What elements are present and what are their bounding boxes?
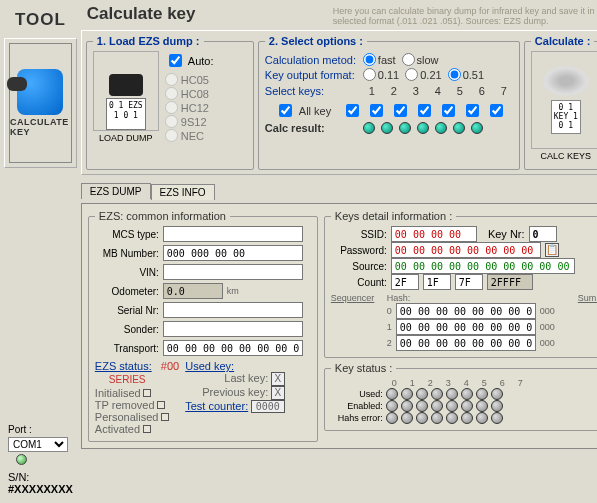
key3-checkbox[interactable] xyxy=(394,104,407,117)
initialised-flag xyxy=(143,389,151,397)
ssid-label: SSID: xyxy=(331,229,387,240)
auto-label: Auto: xyxy=(188,55,214,67)
method-fast-radio[interactable] xyxy=(363,53,376,66)
hash-error-label: Hahs error: xyxy=(331,413,383,423)
password-input[interactable] xyxy=(391,242,541,258)
used-key-link[interactable]: Used key: xyxy=(185,360,234,372)
fmt-051-radio[interactable] xyxy=(448,68,461,81)
key-status-header: 01234567 xyxy=(387,378,597,388)
odo-unit: km xyxy=(227,286,239,296)
result-led-6 xyxy=(453,122,465,134)
port-area: Port : COM1 S/N: #XXXXXXXX xyxy=(4,420,77,499)
camera-icon xyxy=(109,74,143,96)
sonder-input[interactable] xyxy=(163,321,303,337)
calculate-key-label: CALCULATE KEY xyxy=(10,117,71,137)
options-legend: 2. Select options : xyxy=(265,35,367,47)
mcs-label: MCS type: xyxy=(95,229,159,240)
key-sheet-icon: 0 1 KEY 1 0 1 xyxy=(551,100,581,134)
result-led-3 xyxy=(399,122,411,134)
vin-label: VIN: xyxy=(95,267,159,278)
mcs-type-input[interactable] xyxy=(163,226,303,242)
serial-label: Serial Nr: xyxy=(95,305,159,316)
source-input[interactable] xyxy=(391,258,575,274)
hash1-input[interactable] xyxy=(396,319,536,335)
test-counter-link[interactable]: Test counter: xyxy=(185,400,248,412)
personalised-flag xyxy=(161,413,169,421)
calculate-key-button[interactable]: CALCULATE KEY xyxy=(9,43,72,163)
mcu-nec-radio[interactable] xyxy=(165,129,178,142)
load-dump-legend: 1. Load EZS dump : xyxy=(93,35,204,47)
result-led-1 xyxy=(363,122,375,134)
mcu-radios: HC05 HC08 HC12 9S12 NEC xyxy=(165,73,214,142)
top-panel: 1. Load EZS dump : 0 1 EZS 1 0 1 LOAD DU… xyxy=(81,30,597,175)
transport-input[interactable] xyxy=(163,340,303,356)
copy-password-button[interactable]: 📋 xyxy=(545,243,559,257)
sequencer-link[interactable]: Sequencer xyxy=(331,293,381,351)
ezs-status-link[interactable]: EZS status: xyxy=(95,360,152,372)
series-label: SERIES xyxy=(109,374,179,385)
allkey-label: All key xyxy=(299,105,331,117)
mcu-hc08-radio[interactable] xyxy=(165,87,178,100)
used-key-block: Used key: Last key: X Previous key: X Te… xyxy=(185,360,285,435)
key1-checkbox[interactable] xyxy=(346,104,359,117)
odometer-input[interactable] xyxy=(163,283,223,299)
select-keys-label: Select keys: xyxy=(265,85,357,97)
count-c-input[interactable] xyxy=(455,274,483,290)
odo-label: Odometer: xyxy=(95,286,159,297)
source-label: Source: xyxy=(331,261,387,272)
transport-label: Transport: xyxy=(95,343,159,354)
port-select[interactable]: COM1 xyxy=(8,437,68,452)
page-title: Calculate key xyxy=(81,0,202,27)
result-led-5 xyxy=(435,122,447,134)
hash2-input[interactable] xyxy=(396,335,536,351)
ezs-status-value: #00 xyxy=(161,360,179,372)
vin-input[interactable] xyxy=(163,264,303,280)
test-counter-value: 0000 xyxy=(251,400,285,413)
mcu-9s12-radio[interactable] xyxy=(165,115,178,128)
fmt-021-radio[interactable] xyxy=(405,68,418,81)
result-led-7 xyxy=(471,122,483,134)
key7-checkbox[interactable] xyxy=(490,104,503,117)
ssid-input[interactable] xyxy=(391,226,477,242)
key2-checkbox[interactable] xyxy=(370,104,383,117)
count-b-input[interactable] xyxy=(423,274,451,290)
serial-input[interactable] xyxy=(163,302,303,318)
ezs-common-group: EZS: common information MCS type: MB Num… xyxy=(88,210,318,442)
activated-flag xyxy=(143,425,151,433)
format-label: Key output format: xyxy=(265,69,357,81)
key4-checkbox[interactable] xyxy=(418,104,431,117)
load-dump-label: LOAD DUMP xyxy=(93,133,159,143)
auto-checkbox[interactable] xyxy=(169,54,182,67)
key5-checkbox[interactable] xyxy=(442,104,455,117)
hash0-input[interactable] xyxy=(396,303,536,319)
count-a-input[interactable] xyxy=(391,274,419,290)
keys-detail-group: Keys detail information : SSID: Key Nr: … xyxy=(324,210,597,358)
sum-link[interactable]: Sum: xyxy=(578,293,597,303)
calc-result-label: Calc result: xyxy=(265,122,357,134)
keys-detail-legend: Keys detail information : xyxy=(331,210,456,222)
count-d-input[interactable] xyxy=(487,274,533,290)
options-group: 2. Select options : Calculation metod: f… xyxy=(258,35,520,170)
tpremoved-flag xyxy=(157,401,165,409)
tab-ezs-dump[interactable]: EZS DUMP xyxy=(81,183,151,199)
key6-checkbox[interactable] xyxy=(466,104,479,117)
calculate-group: Calculate : 0 1 KEY 1 0 1 CALC KEYS xyxy=(524,35,597,170)
enabled-label: Enabled: xyxy=(331,401,383,411)
mcu-hc12-radio[interactable] xyxy=(165,101,178,114)
mb-number-input[interactable] xyxy=(163,245,303,261)
password-label: Password: xyxy=(331,245,387,256)
key-status-group: Key status : 01234567 Used: Enabled: Hah… xyxy=(324,362,597,431)
count-label: Count: xyxy=(331,277,387,288)
tool-title: TOOL xyxy=(4,4,77,32)
tab-ezs-info[interactable]: EZS INFO xyxy=(151,184,215,200)
keynr-input[interactable] xyxy=(529,226,557,242)
load-dump-button[interactable]: 0 1 EZS 1 0 1 xyxy=(93,51,159,131)
method-slow-radio[interactable] xyxy=(402,53,415,66)
allkey-checkbox[interactable] xyxy=(279,104,292,117)
used-label: Used: xyxy=(331,389,383,399)
fmt-011-radio[interactable] xyxy=(363,68,376,81)
mcu-hc05-radio[interactable] xyxy=(165,73,178,86)
page-hint: Here you can calculate binary dump for i… xyxy=(333,4,597,26)
tool-panel: CALCULATE KEY xyxy=(4,38,77,168)
calc-keys-button[interactable]: 0 1 KEY 1 0 1 xyxy=(531,51,597,149)
